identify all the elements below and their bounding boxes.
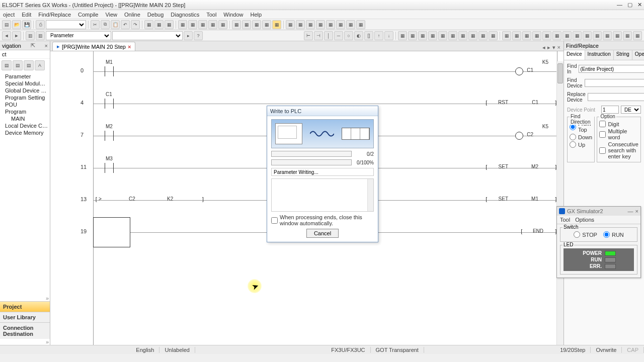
ld10-icon[interactable]: ▦ <box>398 31 407 40</box>
tool-d-icon[interactable]: ▦ <box>178 20 187 29</box>
menu-compile[interactable]: Compile <box>78 12 98 18</box>
editor-tab-close-icon[interactable]: × <box>128 44 131 50</box>
menu-diagnostics[interactable]: Diagnostics <box>171 12 199 18</box>
copy-icon[interactable]: ⧉ <box>101 20 110 29</box>
ld19-icon[interactable]: ▦ <box>489 31 498 40</box>
ld15-icon[interactable]: ▦ <box>448 31 457 40</box>
find-tab-string[interactable]: String <box>614 50 632 60</box>
ld32-icon[interactable]: ▦ <box>623 31 632 40</box>
tree-program[interactable]: Program <box>0 108 50 115</box>
opt-multi[interactable]: Multiple word <box>599 128 638 141</box>
project-tree[interactable]: Parameter Special Module(Intelligent Glo… <box>0 72 50 295</box>
device-point-input[interactable] <box>601 106 619 114</box>
ld2-icon[interactable]: ⊣ <box>314 31 323 40</box>
tree-device-memory[interactable]: Device Memory <box>0 129 50 136</box>
navigation-close-icon[interactable]: × <box>45 43 48 49</box>
close-icon[interactable]: ✕ <box>637 2 642 8</box>
sim-close-icon[interactable]: × <box>635 208 638 214</box>
cancel-button[interactable]: Cancel <box>306 229 339 238</box>
navtab-project[interactable]: Project <box>0 301 50 312</box>
menu-debug[interactable]: Debug <box>147 12 164 18</box>
ld5-icon[interactable]: ○ <box>344 31 353 40</box>
opt-digit[interactable]: Digit <box>599 120 638 128</box>
ld4-icon[interactable]: ─ <box>334 31 343 40</box>
paste-icon[interactable]: 📋 <box>111 20 120 29</box>
out-set-m2[interactable]: [ <box>485 164 488 170</box>
tool-a-icon[interactable]: ▦ <box>144 20 153 29</box>
param2-icon[interactable]: ▥ <box>36 31 45 40</box>
ld16-icon[interactable]: ▦ <box>458 31 467 40</box>
parameter-select[interactable]: Parameter <box>46 31 111 40</box>
find-tab-instruction[interactable]: Instruction <box>585 50 614 60</box>
ld21-icon[interactable]: ▦ <box>512 31 521 40</box>
tool-i-icon[interactable]: ▦ <box>232 20 241 29</box>
ld11-icon[interactable]: ▦ <box>408 31 417 40</box>
tool-p-icon[interactable]: ▦ <box>306 20 315 29</box>
dir-up[interactable]: Up <box>570 141 592 148</box>
tree-global-comment[interactable]: Global Device Comment <box>0 87 50 94</box>
tree-parameter[interactable]: Parameter <box>0 73 50 80</box>
sim-stop-radio[interactable]: STOP <box>574 231 597 238</box>
ld14-icon[interactable]: ▦ <box>438 31 447 40</box>
nav-ic3-icon[interactable]: ▤ <box>24 60 34 70</box>
menu-find[interactable]: Find/Replace <box>38 12 71 18</box>
ld27-icon[interactable]: ▦ <box>573 31 582 40</box>
device-point-fmt[interactable]: DEC <box>621 106 641 114</box>
coil-c2[interactable] <box>515 132 523 140</box>
redo-icon[interactable]: ↷ <box>131 20 140 29</box>
ld17-icon[interactable]: ▦ <box>468 31 477 40</box>
menu-project[interactable]: oject <box>3 12 15 18</box>
empty-block[interactable] <box>93 217 130 247</box>
tool-k-icon[interactable]: ▦ <box>252 20 261 29</box>
tree-pou[interactable]: POU <box>0 101 50 108</box>
dir-down[interactable]: Down <box>570 133 592 141</box>
tool-e-icon[interactable]: ▦ <box>188 20 197 29</box>
ld6-icon[interactable]: ◐ <box>354 31 363 40</box>
out-end-open[interactable]: [ <box>520 228 523 235</box>
find-tab-device[interactable]: Device <box>564 50 585 60</box>
cut-icon[interactable]: ✂ <box>91 20 100 29</box>
navtab-userlib[interactable]: User Library <box>0 312 50 322</box>
ld3-icon[interactable]: │ <box>324 31 333 40</box>
tool-s-icon[interactable]: ▦ <box>336 20 345 29</box>
ld13-icon[interactable]: ▦ <box>428 31 437 40</box>
tool-g-icon[interactable]: ▦ <box>208 20 217 29</box>
parameter-value-select[interactable] <box>112 31 183 40</box>
ld26-icon[interactable]: ▦ <box>562 31 572 40</box>
ld33-icon[interactable]: ▦ <box>633 31 642 40</box>
ld25-icon[interactable]: ▦ <box>552 31 561 40</box>
tool-o-icon[interactable]: ▦ <box>296 20 305 29</box>
tool-j-icon[interactable]: ▦ <box>242 20 251 29</box>
ld1-icon[interactable]: ⊢ <box>304 31 313 40</box>
minimize-icon[interactable]: — <box>617 2 622 8</box>
open-icon[interactable]: 📂 <box>12 20 21 29</box>
tool-n-icon[interactable]: ▦ <box>286 20 295 29</box>
maximize-icon[interactable]: ▢ <box>627 2 632 8</box>
sim-run-radio[interactable]: RUN <box>603 231 624 238</box>
out-set-m1[interactable]: [ <box>485 196 488 203</box>
nav-ic2-icon[interactable]: ▤ <box>13 60 23 70</box>
find-tab-openclose[interactable]: Open/Close C <box>632 50 644 60</box>
param-go-icon[interactable]: ▸ <box>184 31 193 40</box>
tree-program-setting[interactable]: Program Setting <box>0 94 50 101</box>
ld23-icon[interactable]: ▦ <box>532 31 541 40</box>
editor-tab[interactable]: ▸ [PRG]Write MAIN 20 Step × <box>52 42 135 51</box>
replace-device-input[interactable] <box>588 93 644 101</box>
ld28-icon[interactable]: ▦ <box>583 31 592 40</box>
out-rst[interactable]: [ <box>485 100 488 106</box>
menu-help[interactable]: Help <box>250 12 262 18</box>
tool-c-icon[interactable]: ▦ <box>165 20 174 29</box>
tab-prev-icon[interactable]: ◂ <box>542 44 545 51</box>
tool-f-icon[interactable]: ▦ <box>198 20 207 29</box>
tool-l-icon[interactable]: ▦ <box>262 20 271 29</box>
tab-next-icon[interactable]: ▸ <box>547 44 550 51</box>
ld22-icon[interactable]: ▦ <box>522 31 531 40</box>
tool-m-icon[interactable]: ▦ <box>272 20 281 29</box>
close-auto-checkbox[interactable]: When processing ends, close this window … <box>271 214 374 226</box>
navigation-pin-icon[interactable]: ⇱ <box>31 42 35 49</box>
ladder-scrollbar[interactable] <box>556 61 564 345</box>
nav-ic1-icon[interactable]: ▤ <box>2 60 12 70</box>
ld31-icon[interactable]: ▦ <box>613 31 622 40</box>
find-in-input[interactable] <box>579 65 644 73</box>
ld8-icon[interactable]: ↑ <box>374 31 383 40</box>
